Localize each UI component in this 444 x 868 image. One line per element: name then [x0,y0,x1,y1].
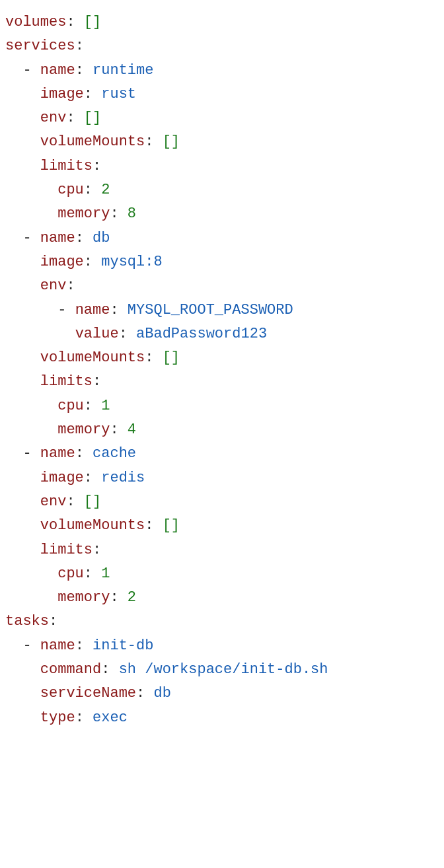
code-line: cpu: 1 [5,562,439,586]
code-line: env: [] [5,106,439,130]
code-line: serviceName: db [5,682,439,705]
code-line: memory: 2 [5,586,439,610]
code-line: tasks: [5,610,439,633]
code-viewer: volumes: []services: - name: runtime ima… [5,11,439,730]
code-line: type: exec [5,706,439,730]
code-line: cpu: 1 [5,394,439,418]
code-line: value: aBadPassword123 [5,322,439,346]
code-line: volumeMounts: [] [5,514,439,538]
code-line: limits: [5,538,439,562]
code-line: volumeMounts: [] [5,346,439,370]
code-line: limits: [5,370,439,394]
code-line: volumes: [] [5,11,439,34]
code-line: image: rust [5,83,439,106]
code-line: image: redis [5,466,439,490]
code-line: env: [5,274,439,298]
code-line: - name: MYSQL_ROOT_PASSWORD [5,299,439,322]
code-line: env: [] [5,490,439,514]
code-line: - name: db [5,227,439,250]
code-line: memory: 4 [5,418,439,442]
code-line: - name: init-db [5,634,439,658]
code-line: volumeMounts: [] [5,130,439,154]
code-line: limits: [5,155,439,178]
code-line: image: mysql:8 [5,250,439,274]
code-line: command: sh /workspace/init-db.sh [5,658,439,682]
code-line: cpu: 2 [5,178,439,202]
code-line: services: [5,34,439,58]
code-line: - name: cache [5,442,439,466]
code-line: - name: runtime [5,59,439,83]
code-line: memory: 8 [5,202,439,226]
